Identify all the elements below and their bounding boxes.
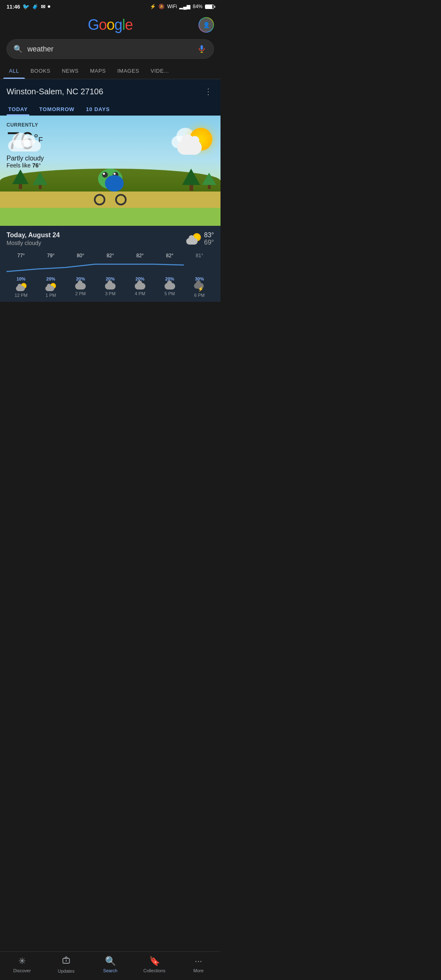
tab-maps[interactable]: MAPS	[84, 63, 111, 79]
frog-character	[94, 169, 127, 205]
time-6: 6 PM	[185, 293, 214, 298]
wheel-left	[94, 194, 105, 205]
frog-body	[98, 169, 122, 189]
today-condition: Mostly cloudy	[7, 240, 60, 246]
temp-low: 69°	[204, 239, 214, 246]
time-1: 1 PM	[36, 293, 65, 298]
ground-green	[0, 208, 220, 226]
icon-cloud-3	[105, 283, 116, 290]
feels-like: Feels like 76°	[7, 162, 44, 169]
temp-1300: 79°	[36, 253, 65, 258]
weather-card-header: Winston-Salem, NC 27106 ⋮	[0, 79, 220, 101]
search-icon: 🔍	[13, 45, 22, 53]
search-tabs: ALL BOOKS NEWS MAPS IMAGES VIDE...	[0, 63, 220, 79]
temp-values: 77° 79° 80° 82° 82° 82° 81°	[7, 253, 214, 258]
weather-card: Winston-Salem, NC 27106 ⋮ TODAY TOMORROW…	[0, 79, 220, 302]
weather-tab-10days[interactable]: 10 DAYS	[84, 103, 111, 116]
tab-all[interactable]: ALL	[3, 63, 25, 79]
avatar-image: 👤	[199, 18, 213, 32]
status-time: 11:46	[7, 4, 20, 10]
weather-tab-today[interactable]: TODAY	[7, 103, 29, 116]
precip-section: 10% 12 PM 20% 1 PM 20%	[7, 276, 214, 298]
temp-1500: 82°	[96, 253, 125, 258]
hour-col-2: 20% 2 PM	[66, 276, 95, 298]
status-right: ⚡ 🔕 WiFi ▂▄▆ 84%	[150, 4, 214, 9]
weather-condition: Partly cloudy	[7, 155, 44, 162]
time-4: 4 PM	[125, 291, 154, 296]
feels-like-temp: 76	[32, 162, 39, 169]
hour-col-0: 10% 12 PM	[7, 276, 36, 298]
signal-icon: ▂▄▆	[179, 4, 190, 9]
cloud-over-sun	[177, 140, 202, 155]
precip-1: 20%	[36, 276, 65, 281]
header: Google 👤	[0, 12, 220, 37]
time-0: 12 PM	[7, 293, 36, 298]
hour-col-4: 20% 4 PM	[125, 276, 154, 298]
icon-cloud-2	[75, 283, 86, 290]
time-5: 5 PM	[155, 291, 184, 296]
mic-icon[interactable]	[196, 44, 207, 54]
weather-tab-tomorrow[interactable]: TOMORROW	[38, 103, 76, 116]
weather-scene: CURRENTLY 76 ° F Partly cloudy Feels lik…	[0, 116, 220, 226]
bag-icon: 🧳	[32, 4, 38, 10]
frog-bag	[105, 175, 124, 192]
tab-news[interactable]: NEWS	[56, 63, 84, 79]
weather-location: Winston-Salem, NC 27106	[7, 87, 103, 96]
tab-books[interactable]: BOOKS	[25, 63, 56, 79]
temp-1700: 82°	[155, 253, 184, 258]
temp-1800: 81°	[185, 253, 214, 258]
battery-percent: 84%	[193, 4, 203, 9]
today-temps: 83° 69°	[204, 232, 214, 246]
precip-0: 10%	[7, 276, 36, 281]
google-logo: Google	[88, 16, 133, 33]
battery-icon	[205, 4, 214, 9]
bolt-icon: ⚡	[198, 286, 204, 292]
today-weather-icon	[186, 233, 201, 245]
tree-4	[202, 173, 216, 193]
tree-2	[33, 172, 47, 193]
tab-images[interactable]: IMAGES	[111, 63, 145, 79]
status-bar: 11:46 🐦 🧳 ✉ ⚡ 🔕 WiFi ▂▄▆ 84%	[0, 0, 220, 12]
time-3: 3 PM	[96, 291, 125, 296]
today-temp-group: 83° 69°	[186, 232, 214, 246]
tab-videos[interactable]: VIDE...	[145, 63, 175, 79]
icon-thunder-6: ⚡	[194, 283, 205, 291]
twitter-icon: 🐦	[22, 3, 29, 10]
dot-icon	[48, 5, 50, 8]
bluetooth-icon: ⚡	[150, 4, 156, 9]
icon-partly-cloudy-1	[45, 283, 56, 291]
temp-1200: 77°	[7, 253, 36, 258]
weather-tabs: TODAY TOMORROW 10 DAYS	[0, 101, 220, 116]
today-summary: Today, August 24 Mostly cloudy 83° 69°	[7, 232, 214, 246]
hour-col-5: 20% 5 PM	[155, 276, 184, 298]
status-left: 11:46 🐦 🧳 ✉	[7, 3, 50, 10]
temp-1400: 80°	[66, 253, 95, 258]
tree-1	[12, 169, 29, 193]
tree-3	[182, 169, 200, 193]
temp-graph	[7, 260, 214, 272]
wheel-right	[115, 194, 127, 205]
today-info: Today, August 24 Mostly cloudy	[7, 232, 60, 246]
cloud-decoration-1	[8, 140, 41, 151]
icon-cloud-5	[165, 283, 175, 290]
temp-1600: 82°	[125, 253, 154, 258]
weather-details: Today, August 24 Mostly cloudy 83° 69°	[0, 226, 220, 302]
hour-col-3: 20% 3 PM	[96, 276, 125, 298]
search-query[interactable]: weather	[27, 45, 192, 53]
hour-col-1: 20% 1 PM	[36, 276, 65, 298]
icon-partly-cloudy-0	[16, 283, 27, 291]
temp-high: 83°	[204, 232, 214, 239]
hour-col-6: 30% ⚡ 6 PM	[185, 276, 214, 298]
search-bar-container: 🔍 weather	[0, 37, 220, 63]
search-bar[interactable]: 🔍 weather	[7, 39, 214, 59]
weather-icon	[177, 126, 214, 155]
today-date: Today, August 24	[7, 232, 60, 239]
more-options-icon[interactable]: ⋮	[203, 85, 214, 98]
wifi-icon: WiFi	[167, 4, 177, 9]
icon-cloud-4	[135, 283, 145, 290]
frog-eye-left	[102, 172, 108, 178]
mute-icon: 🔕	[158, 4, 165, 9]
profile-avatar[interactable]: 👤	[198, 17, 214, 33]
svg-rect-0	[200, 45, 203, 50]
mail-icon: ✉	[41, 4, 45, 10]
